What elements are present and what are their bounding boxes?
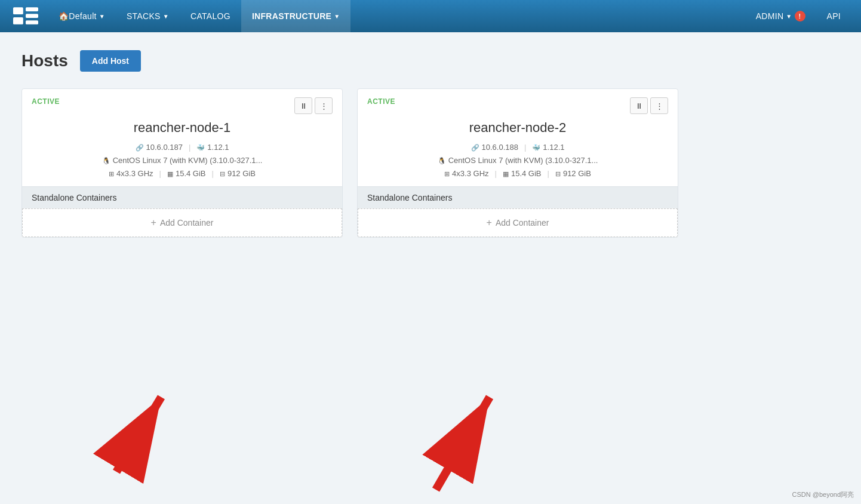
ellipsis-icon: ⋮ bbox=[320, 102, 328, 110]
host-name-1: reancher-node-1 bbox=[22, 114, 342, 140]
host-ip-2: 10.6.0.188 bbox=[471, 143, 518, 152]
nav-admin[interactable]: ADMIN ▼ ! bbox=[745, 0, 816, 32]
standalone-header-1: Standalone Containers bbox=[22, 187, 342, 208]
host-docker-2: 1.12.1 bbox=[532, 143, 564, 152]
host-more-button-2[interactable]: ⋮ bbox=[650, 97, 668, 114]
standalone-section-2: Standalone Containers + Add Container bbox=[358, 186, 678, 237]
nav-api[interactable]: API bbox=[816, 0, 851, 32]
host-specs-2: 4x3.3 GHz | 15.4 GiB | 912 GiB bbox=[358, 167, 678, 186]
svg-rect-0 bbox=[13, 7, 23, 14]
host-status-1: ACTIVE bbox=[32, 97, 60, 106]
host-pause-button-1[interactable]: ⏸ bbox=[294, 97, 312, 114]
meta-separator: | bbox=[524, 143, 526, 152]
disk-icon bbox=[220, 169, 225, 178]
svg-rect-1 bbox=[13, 17, 23, 24]
host-status-2: ACTIVE bbox=[367, 97, 395, 106]
add-host-button[interactable]: Add Host bbox=[80, 50, 141, 72]
chevron-down-icon: ▼ bbox=[334, 13, 340, 20]
host-actions-1: ⏸ ⋮ bbox=[294, 97, 333, 114]
host-meta-1: 10.6.0.187 | 1.12.1 bbox=[22, 140, 342, 154]
admin-badge: ! bbox=[795, 11, 805, 21]
cpu-icon bbox=[444, 169, 450, 178]
ellipsis-icon: ⋮ bbox=[656, 102, 663, 110]
host-card-header-2: ACTIVE ⏸ ⋮ bbox=[358, 89, 678, 114]
page-content: Hosts Add Host ACTIVE ⏸ ⋮ reancher-node-… bbox=[0, 32, 861, 256]
watermark: CSDN @beyond阿亮 bbox=[792, 490, 854, 499]
nav-logo bbox=[10, 0, 42, 32]
ram-icon bbox=[167, 169, 173, 178]
nav-infrastructure[interactable]: INFRASTRUCTURE ▼ bbox=[241, 0, 351, 32]
plus-icon: + bbox=[151, 217, 156, 228]
standalone-header-2: Standalone Containers bbox=[358, 187, 678, 208]
svg-line-7 bbox=[116, 397, 161, 472]
host-card-header-1: ACTIVE ⏸ ⋮ bbox=[22, 89, 342, 114]
add-container-button-2[interactable]: + Add Container bbox=[358, 208, 678, 237]
nav-default[interactable]: 🏠 Default ▼ bbox=[48, 0, 116, 32]
nav-catalog[interactable]: CATALOG bbox=[180, 0, 241, 32]
cpu-icon bbox=[109, 169, 114, 178]
host-disk-2: 912 GiB bbox=[555, 169, 591, 178]
host-os-2: CentOS Linux 7 (with KVM) (3.10.0-327.1.… bbox=[358, 154, 678, 167]
host-ram-2: 15.4 GiB bbox=[503, 169, 542, 178]
host-more-button-1[interactable]: ⋮ bbox=[315, 97, 333, 114]
host-ip-1: 10.6.0.187 bbox=[136, 143, 183, 152]
host-cpu-1: 4x3.3 GHz bbox=[109, 169, 153, 178]
page-header: Hosts Add Host bbox=[21, 50, 840, 72]
disk-icon bbox=[555, 169, 561, 178]
linux-icon bbox=[438, 156, 446, 165]
page-title: Hosts bbox=[21, 51, 68, 70]
link-icon bbox=[136, 143, 144, 152]
host-meta-2: 10.6.0.188 | 1.12.1 bbox=[358, 140, 678, 154]
host-cpu-2: 4x3.3 GHz bbox=[444, 169, 488, 178]
chevron-down-icon: ▼ bbox=[163, 13, 169, 20]
host-os-1: CentOS Linux 7 (with KVM) (3.10.0-327.1.… bbox=[22, 154, 342, 167]
link-icon bbox=[471, 143, 479, 152]
standalone-section-1: Standalone Containers + Add Container bbox=[22, 186, 342, 237]
chevron-down-icon: ▼ bbox=[99, 13, 105, 20]
chevron-down-icon: ▼ bbox=[786, 13, 792, 20]
docker-icon bbox=[532, 143, 540, 152]
navbar: 🏠 Default ▼ STACKS ▼ CATALOG INFRASTRUCT… bbox=[0, 0, 861, 32]
home-icon: 🏠 bbox=[59, 11, 69, 21]
add-container-button-1[interactable]: + Add Container bbox=[22, 208, 342, 237]
svg-line-8 bbox=[436, 397, 490, 490]
plus-icon: + bbox=[487, 217, 492, 228]
hosts-grid: ACTIVE ⏸ ⋮ reancher-node-1 10.6.0.187 | bbox=[21, 88, 678, 238]
host-card-node-2: ACTIVE ⏸ ⋮ reancher-node-2 10.6.0.188 | bbox=[357, 88, 678, 238]
ram-icon bbox=[503, 169, 509, 178]
meta-separator: | bbox=[189, 143, 190, 152]
host-name-2: reancher-node-2 bbox=[358, 114, 678, 140]
host-docker-1: 1.12.1 bbox=[196, 143, 229, 152]
host-disk-1: 912 GiB bbox=[220, 169, 256, 178]
host-ram-1: 15.4 GiB bbox=[167, 169, 206, 178]
pause-icon: ⏸ bbox=[300, 102, 308, 110]
svg-rect-2 bbox=[26, 7, 38, 11]
docker-icon bbox=[196, 143, 205, 152]
svg-rect-3 bbox=[26, 14, 38, 18]
svg-rect-4 bbox=[26, 20, 38, 24]
linux-icon bbox=[102, 156, 110, 165]
host-pause-button-2[interactable]: ⏸ bbox=[630, 97, 648, 114]
nav-stacks[interactable]: STACKS ▼ bbox=[116, 0, 180, 32]
host-actions-2: ⏸ ⋮ bbox=[630, 97, 668, 114]
pause-icon: ⏸ bbox=[635, 102, 643, 110]
host-card-node-1: ACTIVE ⏸ ⋮ reancher-node-1 10.6.0.187 | bbox=[21, 88, 343, 238]
host-specs-1: 4x3.3 GHz | 15.4 GiB | 912 GiB bbox=[22, 167, 342, 186]
